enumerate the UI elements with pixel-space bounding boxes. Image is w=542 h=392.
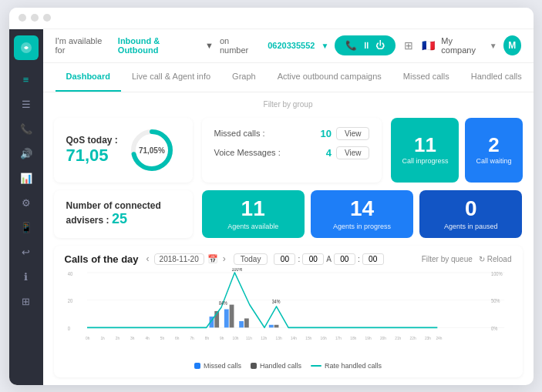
connected-card: Number of connected advisers : 25: [54, 190, 193, 238]
svg-text:15h: 15h: [305, 335, 311, 340]
voice-messages-label: Voice Messages :: [214, 148, 321, 157]
qos-card: QoS today : 71,05 71,05%: [54, 118, 193, 183]
donut-center-text: 71,05%: [139, 146, 165, 154]
svg-text:14h: 14h: [290, 335, 296, 340]
svg-text:4h: 4h: [145, 335, 149, 340]
svg-text:100%: 100%: [231, 268, 242, 272]
tab-active-campaigns[interactable]: Active outbound campaigns: [267, 62, 392, 92]
svg-text:0%: 0%: [490, 325, 497, 331]
connected-label: Number of connected advisers : 25: [66, 200, 180, 227]
svg-text:24h: 24h: [436, 335, 442, 340]
missed-voice-card: Missed calls : 10 View Voice Messages : …: [202, 118, 382, 183]
tab-dashboard[interactable]: Dashboard: [56, 62, 121, 92]
sidebar-item-layers[interactable]: ⊞: [14, 291, 39, 313]
legend-missed-calls: Missed calls: [194, 362, 241, 370]
svg-text:34%: 34%: [271, 299, 280, 304]
app-body: ≡ ☰ 📞 🔊 📊 ⚙ 📱 ↩ ℹ ⊞ I'm available for In…: [9, 29, 534, 385]
agents-available-card: 11 Agents available: [202, 190, 305, 238]
agents-paused-number: 0: [465, 198, 477, 219]
voice-messages-view-btn[interactable]: View: [336, 146, 370, 159]
legend-rate-label: Rate handled calls: [325, 362, 382, 370]
sidebar-logo[interactable]: [14, 35, 39, 60]
chart-legend: Missed calls Handled calls Rate handled …: [65, 362, 512, 370]
svg-text:40: 40: [67, 270, 72, 276]
svg-rect-19: [274, 324, 278, 327]
svg-text:84%: 84%: [219, 300, 227, 306]
svg-text:7h: 7h: [190, 335, 194, 340]
second-row: Number of connected advisers : 25 11 Age…: [54, 190, 523, 238]
svg-text:0h: 0h: [86, 335, 89, 340]
sidebar-item-info[interactable]: ℹ: [14, 266, 39, 288]
sidebar-item-cog[interactable]: ⚙: [14, 193, 39, 214]
legend-handled-calls: Handled calls: [251, 362, 301, 370]
qos-label: QoS today :: [66, 135, 118, 146]
svg-text:12h: 12h: [261, 335, 267, 340]
chart-prev-button[interactable]: ‹: [145, 253, 151, 264]
time-to-min-input[interactable]: [362, 253, 384, 265]
missed-calls-row: Missed calls : 10 View: [214, 127, 370, 140]
svg-text:21h: 21h: [395, 335, 401, 340]
chart-header: Calls of the day ‹ 2018-11-20 📅 › Today …: [65, 253, 512, 265]
call-waiting-card: 2 Call waiting: [465, 118, 522, 183]
svg-text:9h: 9h: [220, 335, 224, 340]
svg-text:17h: 17h: [335, 335, 341, 340]
call-waiting-number: 2: [488, 135, 499, 155]
titlebar: [9, 8, 534, 29]
agents-inprogress-card: 14 Agents in progress: [311, 190, 413, 238]
flag-icon: 🇫🇷: [422, 39, 435, 52]
voice-messages-row: Voice Messages : 4 View: [214, 146, 370, 159]
svg-text:5h: 5h: [160, 335, 163, 340]
svg-text:8h: 8h: [204, 335, 208, 340]
company-label[interactable]: My company: [441, 36, 483, 55]
call-button[interactable]: 📞 ⏸ ⏻: [335, 35, 396, 55]
tab-missed-calls[interactable]: Missed calls: [392, 62, 460, 92]
sidebar: ≡ ☰ 📞 🔊 📊 ⚙ 📱 ↩ ℹ ⊞: [9, 29, 43, 385]
call-inprogress-number: 11: [414, 135, 436, 155]
agent-cards: 11 Agents available 14 Agents in progres…: [202, 190, 523, 238]
svg-text:50%: 50%: [490, 297, 500, 303]
available-text: I'm available for: [56, 36, 112, 55]
app-window: ≡ ☰ 📞 🔊 📊 ⚙ 📱 ↩ ℹ ⊞ I'm available for In…: [9, 8, 534, 385]
chart-nav: ‹ 2018-11-20 📅 ›: [145, 253, 227, 265]
sidebar-item-bars[interactable]: ≡: [14, 69, 39, 91]
sidebar-item-phone[interactable]: 📞: [14, 119, 39, 140]
chart-date: 2018-11-20: [154, 253, 204, 265]
sidebar-item-undo[interactable]: ↩: [14, 242, 39, 263]
chart-today-button[interactable]: Today: [234, 253, 268, 265]
sidebar-item-chart[interactable]: 📊: [14, 168, 39, 189]
avatar[interactable]: M: [503, 35, 521, 55]
chart-next-button[interactable]: ›: [221, 253, 227, 264]
svg-rect-15: [268, 324, 273, 327]
count-cards: 11 Call inprogress 2 Call waiting: [391, 118, 522, 183]
tab-graph[interactable]: Graph: [221, 62, 267, 92]
power-icon: ⏻: [375, 40, 385, 51]
missed-calls-view-btn[interactable]: View: [336, 127, 370, 140]
sidebar-item-list[interactable]: ☰: [14, 94, 39, 116]
agents-paused-label: Agents in paused: [444, 223, 498, 230]
topnav: I'm available for Inbound & Outbound ▼ o…: [43, 29, 534, 63]
time-to-input[interactable]: [334, 253, 355, 265]
qos-value: 71,05: [66, 146, 118, 166]
time-from-min-input[interactable]: [302, 253, 324, 265]
legend-missed-label: Missed calls: [204, 362, 241, 370]
svg-text:6h: 6h: [175, 335, 179, 340]
missed-calls-value: 10: [320, 128, 331, 139]
time-from-input[interactable]: [274, 253, 295, 265]
sidebar-item-volume[interactable]: 🔊: [14, 143, 39, 165]
tab-live-call[interactable]: Live call & Agent info: [121, 62, 221, 92]
svg-text:23h: 23h: [424, 335, 430, 340]
sidebar-item-phone2[interactable]: 📱: [14, 217, 39, 239]
phone-number[interactable]: 0620335552: [268, 41, 315, 50]
on-number-text: on number: [220, 36, 258, 55]
svg-text:11h: 11h: [245, 335, 251, 340]
inbound-outbound-link[interactable]: Inbound & Outbound: [118, 36, 199, 55]
tab-handled-calls[interactable]: Handled calls: [460, 62, 533, 92]
pause-icon: ⏸: [362, 40, 371, 51]
legend-rate-handled: Rate handled calls: [311, 362, 382, 370]
voice-messages-value: 4: [326, 147, 332, 159]
topnav-actions: 📞 ⏸ ⏻ ⊞ 🇫🇷 My company ▼ M: [335, 35, 520, 55]
legend-handled-label: Handled calls: [260, 362, 301, 370]
grid-icon-button[interactable]: ⊞: [402, 39, 416, 52]
reload-button[interactable]: ↻ Reload: [479, 255, 512, 263]
agents-inprogress-number: 14: [350, 198, 374, 219]
